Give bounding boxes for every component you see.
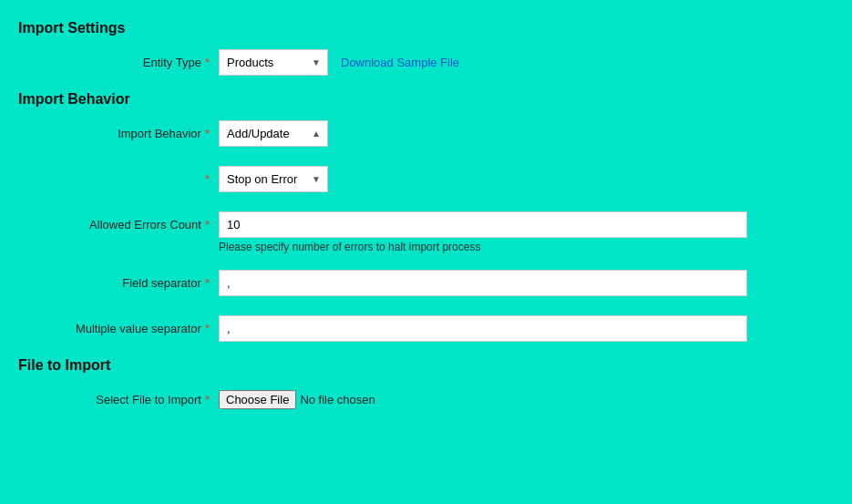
stop-on-error-select[interactable]: Stop on ErrorSkip Errors: [219, 166, 328, 192]
allowed-errors-field: Please specify number of errors to halt …: [219, 211, 834, 253]
multiple-value-separator-label: Multiple value separator*: [18, 322, 219, 335]
entity-type-label: Entity Type*: [18, 56, 219, 69]
import-behavior-select-wrapper: Add/UpdateAddUpdateDelete: [219, 120, 328, 147]
stop-on-error-control: Stop on ErrorSkip Errors: [219, 166, 834, 192]
entity-type-row: Entity Type* ProductsCategoriesCustomers…: [18, 46, 834, 78]
allowed-errors-hint: Please specify number of errors to halt …: [219, 241, 834, 253]
entity-type-select-wrapper: ProductsCategoriesCustomersOrders: [219, 49, 328, 76]
file-input[interactable]: [219, 390, 443, 409]
select-file-control: [219, 390, 834, 409]
field-separator-control: [219, 270, 834, 296]
allowed-errors-input[interactable]: [219, 211, 747, 238]
field-separator-label: Field separator*: [18, 276, 219, 290]
stop-on-error-row: * Stop on ErrorSkip Errors: [18, 162, 834, 195]
multiple-value-separator-control: [219, 315, 834, 342]
field-separator-input[interactable]: [219, 270, 747, 296]
import-behavior-select[interactable]: Add/UpdateAddUpdateDelete: [219, 120, 328, 147]
import-behavior-control: Add/UpdateAddUpdateDelete: [219, 120, 834, 147]
import-settings-title: Import Settings: [18, 20, 834, 36]
field-separator-row: Field separator*: [18, 266, 834, 299]
entity-type-control: ProductsCategoriesCustomersOrders Downlo…: [219, 49, 834, 76]
select-file-row: Select File to Import*: [18, 383, 834, 416]
stop-on-error-select-wrapper: Stop on ErrorSkip Errors: [219, 166, 328, 192]
stop-on-error-label: *: [18, 172, 219, 186]
multiple-value-separator-row: Multiple value separator*: [18, 312, 834, 345]
import-behavior-label: Import Behavior*: [18, 127, 219, 140]
select-file-label: Select File to Import*: [18, 393, 219, 406]
multiple-value-separator-input[interactable]: [219, 315, 747, 342]
import-behavior-row: Import Behavior* Add/UpdateAddUpdateDele…: [18, 117, 834, 149]
import-behavior-title: Import Behavior: [18, 91, 834, 108]
file-to-import-title: File to Import: [18, 357, 834, 374]
allowed-errors-row: Allowed Errors Count* Please specify num…: [18, 208, 834, 253]
allowed-errors-label: Allowed Errors Count*: [18, 211, 219, 231]
download-sample-file-link[interactable]: Download Sample File: [341, 56, 459, 69]
entity-type-select[interactable]: ProductsCategoriesCustomersOrders: [219, 49, 328, 76]
